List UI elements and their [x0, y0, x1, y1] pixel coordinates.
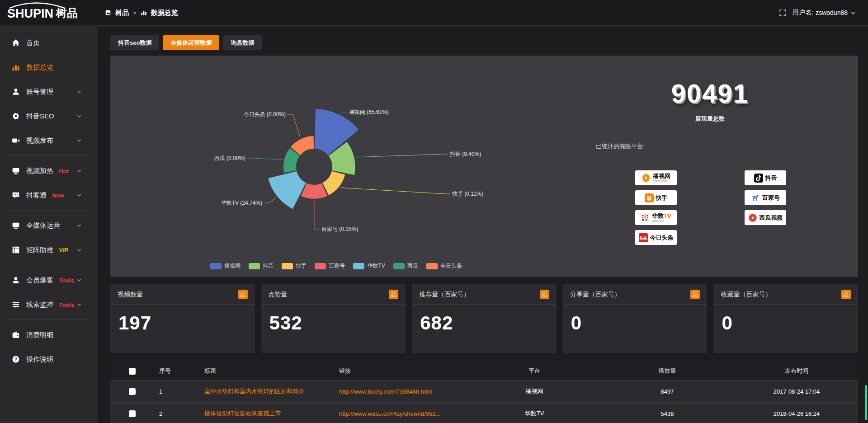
- breadcrumb-home[interactable]: 树品: [115, 9, 129, 17]
- videos-table: 序号标题链接平台播放量发布时间 1室外水纹灯和室内水纹灯的区别和简介http:/…: [110, 362, 858, 423]
- total-badge: 总: [540, 290, 549, 299]
- pie-label: 抖音 (9.40%): [449, 151, 481, 157]
- cell-time: 2017-08-24 17:04: [735, 381, 858, 403]
- column-header: 播放量: [599, 362, 735, 381]
- sidebar-item-5[interactable]: 视频发布: [0, 128, 98, 153]
- stat-card-header: 分享量（百家号）总: [563, 284, 708, 305]
- cell-title[interactable]: 楼体投影灯投影效果震撼上市: [199, 403, 334, 423]
- legend-item[interactable]: 今日头条: [426, 262, 462, 270]
- legend-item[interactable]: 百家号: [315, 262, 345, 270]
- sidebar-item-11[interactable]: 线索监控Tools: [0, 292, 98, 317]
- stat-card-4: 分享量（百家号）总0: [563, 284, 708, 353]
- sidebar-item-1[interactable]: 首页: [0, 31, 98, 55]
- pie-slice[interactable]: [301, 183, 328, 198]
- platform-name: 西瓜视频: [760, 215, 783, 221]
- breadcrumb-separator: >: [133, 9, 137, 16]
- platform-badge: 头条今日头条: [635, 230, 677, 245]
- pie-slice[interactable]: [322, 171, 345, 195]
- xigua-icon: [748, 213, 757, 222]
- table-row: 2楼体投影灯投影效果震撼上市http://www.wasu.cn/Play/sh…: [110, 403, 858, 423]
- cell-platform: 播视网: [469, 381, 599, 403]
- total-badge: 总: [690, 290, 700, 299]
- sidebar-item-4[interactable]: 抖音SEO: [0, 104, 98, 128]
- chat-icon: [12, 191, 20, 199]
- row-checkbox[interactable]: [129, 388, 136, 395]
- total-badge: 总: [389, 290, 398, 299]
- cell-title[interactable]: 室外水纹灯和室内水纹灯的区别和简介: [199, 381, 334, 403]
- legend-label: 华数TV: [367, 262, 385, 270]
- total-count: 90491: [562, 78, 858, 108]
- select-all-checkbox[interactable]: [129, 368, 136, 375]
- platform-badge: 西瓜视频: [745, 210, 786, 225]
- video-camera-icon: [12, 136, 20, 145]
- chevron-down-icon: [76, 222, 82, 229]
- tab-3[interactable]: 询盘数据: [223, 35, 262, 50]
- stat-card-title: 推荐量（百家号）: [419, 291, 470, 299]
- pie-label-line: [340, 112, 347, 113]
- legend-label: 百家号: [329, 262, 345, 270]
- sidebar-item-label: 线索监控: [26, 301, 53, 309]
- sidebar-item-6[interactable]: 视频加热Hot: [0, 159, 98, 183]
- sidebar-item-2[interactable]: 数据总览: [0, 55, 98, 80]
- sidebar-item-label: 会员爆客: [26, 276, 53, 285]
- sidebar-item-7[interactable]: 抖客通New: [0, 183, 98, 207]
- sidebar-item-label: 抖客通: [26, 191, 47, 200]
- sidebar-divider: [7, 320, 90, 320]
- legend-item[interactable]: 华数TV: [353, 262, 385, 270]
- sidebar-item-tag: VIP: [59, 247, 68, 254]
- sidebar-item-9[interactable]: 矩阵助推VIP: [0, 238, 98, 262]
- cell-link[interactable]: http://www.wasu.cn/Play/show/id/952...: [334, 403, 469, 423]
- sidebar-divider: [7, 265, 90, 265]
- breadcrumb-current[interactable]: 数据总览: [151, 9, 178, 17]
- grid-icon: [12, 246, 20, 254]
- cell-link[interactable]: http://www.boosj.com/7338468.html: [334, 381, 469, 403]
- screen-icon: [12, 221, 20, 230]
- legend-item[interactable]: 抖音: [249, 262, 274, 270]
- legend-swatch: [426, 263, 438, 269]
- total-badge: 总: [238, 290, 248, 299]
- legend-item[interactable]: 西瓜: [393, 262, 418, 270]
- fullscreen-icon[interactable]: [779, 9, 786, 16]
- sidebar-item-12[interactable]: 消费明细: [0, 323, 98, 347]
- chevron-down-icon: [76, 277, 82, 283]
- tab-1[interactable]: 抖音seo数据: [110, 35, 159, 50]
- stat-card-value: 532: [261, 305, 406, 342]
- page-scrollbar-thumb[interactable]: [865, 385, 867, 420]
- chevron-down-icon: [76, 137, 82, 144]
- select-all-header: [110, 362, 154, 381]
- sidebar-item-3[interactable]: 账号管理: [0, 80, 98, 104]
- sidebar-item-8[interactable]: 全媒体运营: [0, 213, 98, 238]
- sidebar-item-label: 抖音SEO: [26, 112, 54, 121]
- chevron-down-icon: [76, 168, 82, 174]
- column-header: 标题: [199, 362, 334, 381]
- pie-slice[interactable]: [315, 109, 359, 155]
- chevron-down-icon: [850, 10, 856, 16]
- column-header: 平台: [469, 362, 599, 381]
- user-menu[interactable]: 用户名: zswodun88: [793, 9, 856, 17]
- legend-label: 西瓜: [407, 262, 418, 270]
- stat-cards: 视频数量总197点赞量总532推荐量（百家号）总682分享量（百家号）总0收藏量…: [110, 284, 858, 353]
- sidebar-item-13[interactable]: ?操作说明: [0, 347, 98, 371]
- pie-label: 播视网 (65.61%): [349, 109, 389, 115]
- tab-2[interactable]: 全媒体运营数据: [163, 35, 219, 50]
- legend-item[interactable]: 播视网: [210, 262, 241, 270]
- legend-item[interactable]: 快手: [282, 262, 307, 270]
- stat-card-header: 收藏量（百家号）总: [713, 284, 858, 305]
- column-header: 序号: [154, 362, 199, 381]
- chevron-down-icon: [76, 247, 82, 253]
- pie-slice[interactable]: [268, 171, 306, 209]
- app-square-icon: [105, 9, 111, 16]
- platform-subtext: wasu.cn: [652, 219, 664, 222]
- main-content: 抖音seo数据全媒体运营数据询盘数据 播视网 (65.61%)抖音 (9.40%…: [98, 25, 868, 423]
- sidebar-item-tag: Hot: [59, 168, 69, 174]
- username-label: 用户名:: [793, 9, 813, 17]
- pie-label-line: [314, 201, 320, 229]
- pie-label-line: [288, 114, 300, 137]
- breadcrumb: 树品 > 数据总览: [105, 9, 178, 17]
- cell-views: 8497: [599, 381, 735, 403]
- member-icon: [12, 276, 20, 284]
- gear-icon: [12, 112, 20, 120]
- sidebar-item-10[interactable]: 会员爆客Tools: [0, 268, 98, 292]
- row-checkbox[interactable]: [129, 410, 136, 417]
- legend-label: 快手: [296, 262, 307, 270]
